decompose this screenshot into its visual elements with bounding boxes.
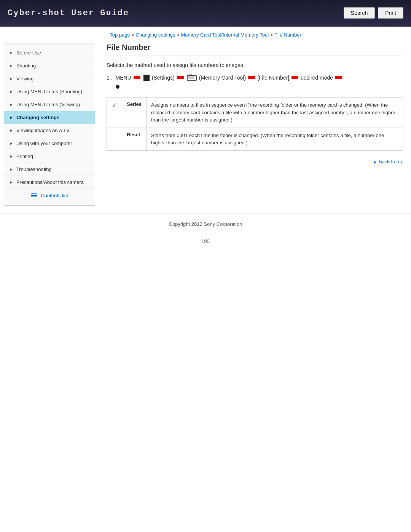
- table-row: Reset Starts from 0001 each time the fol…: [107, 128, 403, 150]
- step-line: 1 . MENU (Settings) (Memory Card Tool) […: [107, 74, 403, 81]
- sidebar-item-printing[interactable]: ► Printing: [4, 150, 95, 163]
- arrow-icon: ►: [10, 89, 13, 94]
- sidebar-item-label: Troubleshooting: [16, 166, 52, 172]
- desired-mode-text: desired mode: [301, 75, 333, 81]
- arrow-icon: ►: [10, 64, 13, 68]
- red-bar-2: [177, 76, 184, 79]
- arrow-icon: ►: [10, 167, 13, 171]
- sidebar-item-precautions[interactable]: ► Precautions/About this camera: [4, 176, 95, 189]
- file-number-label: [File Number]: [257, 75, 289, 81]
- contents-list-link[interactable]: Contents list: [4, 189, 95, 202]
- sidebar-item-label: Before Use: [16, 50, 41, 56]
- sidebar-item-label: Viewing images on a TV: [16, 128, 70, 133]
- reset-label: Reset: [122, 128, 147, 150]
- sidebar-item-viewing-tv[interactable]: ► Viewing images on a TV: [4, 124, 95, 137]
- sidebar-item-label: Using MENU items (Shooting): [16, 89, 82, 94]
- header: Cyber-shot User Guide Search Print: [0, 0, 411, 27]
- breadcrumb-memory-card-tool[interactable]: Memory Card Tool/Internal Memory Tool: [181, 32, 269, 38]
- arrow-icon: ►: [10, 128, 13, 133]
- table-row: ✓ Series Assigns numbers to files in seq…: [107, 97, 403, 128]
- sidebar-item-shooting[interactable]: ► Shooting: [4, 59, 95, 72]
- settings-icon: [143, 75, 150, 81]
- arrow-icon: ►: [10, 102, 13, 107]
- series-label: Series: [122, 97, 147, 128]
- sidebar-item-using-menu-viewing[interactable]: ► Using MENU items (Viewing): [4, 98, 95, 111]
- sidebar-item-label: Using MENU items (Viewing): [16, 102, 80, 107]
- arrow-icon: ►: [10, 141, 13, 145]
- breadcrumb-sep3: >: [270, 32, 274, 38]
- page-title: File Number: [107, 43, 403, 56]
- arrow-icon: ►: [10, 180, 13, 184]
- search-button[interactable]: Search: [344, 7, 375, 19]
- sidebar-item-using-menu-shooting[interactable]: ► Using MENU items (Shooting): [4, 85, 95, 98]
- arrow-icon: ►: [10, 51, 13, 55]
- header-actions: Search Print: [344, 7, 403, 19]
- red-bar-3: [248, 76, 255, 79]
- body-layout: ► Before Use ► Shooting ► Viewing ► Usin…: [0, 43, 411, 213]
- sidebar-item-label: Printing: [16, 153, 33, 159]
- sidebar-item-changing-settings[interactable]: ► Changing settings: [4, 111, 95, 124]
- sidebar-item-label: Shooting: [16, 63, 36, 69]
- sidebar-item-troubleshooting[interactable]: ► Troubleshooting: [4, 163, 95, 176]
- arrow-icon: ►: [10, 115, 13, 120]
- memory-card-icon: [187, 74, 197, 81]
- description: Selects the method used to assign file n…: [107, 62, 403, 68]
- svg-rect-1: [188, 76, 194, 79]
- sidebar: ► Before Use ► Shooting ► Viewing ► Usin…: [4, 43, 95, 206]
- sidebar-item-viewing[interactable]: ► Viewing: [4, 72, 95, 85]
- empty-check-cell: [107, 128, 122, 150]
- breadcrumb-sep2: >: [177, 32, 181, 38]
- bullet-circle-icon: [116, 85, 119, 89]
- page-number: 195: [0, 235, 411, 248]
- red-bar-5: [335, 76, 342, 79]
- arrow-icon: ►: [10, 77, 13, 81]
- memory-card-tool-text: (Memory Card Tool): [199, 75, 246, 81]
- contents-list-icon: [31, 193, 37, 198]
- footer: Copyright 2012 Sony Corporation: [0, 213, 411, 235]
- arrow-icon: ►: [10, 154, 13, 158]
- breadcrumb-top-page[interactable]: Top page: [110, 32, 130, 38]
- red-bar-1: [134, 76, 140, 79]
- sidebar-item-label: Using with your computer: [16, 141, 72, 146]
- breadcrumb: Top page > Changing settings > Memory Ca…: [0, 27, 411, 43]
- check-cell: ✓: [107, 97, 122, 128]
- breadcrumb-file-number[interactable]: File Number: [274, 32, 301, 38]
- contents-list-label: Contents list: [41, 193, 68, 198]
- breadcrumb-sep1: >: [131, 32, 135, 38]
- step-section: 1 . MENU (Settings) (Memory Card Tool) […: [107, 74, 403, 89]
- back-to-top: ▲ Back to top: [107, 158, 403, 165]
- app-title: Cyber-shot User Guide: [8, 8, 129, 18]
- breadcrumb-changing-settings[interactable]: Changing settings: [136, 32, 175, 38]
- main-content: File Number Selects the method used to a…: [103, 43, 407, 206]
- step-menu-text: MENU: [116, 75, 131, 81]
- file-number-table: ✓ Series Assigns numbers to files in seq…: [107, 97, 403, 151]
- series-description: Assigns numbers to files in sequence eve…: [147, 97, 403, 128]
- sidebar-item-label: Precautions/About this camera: [16, 179, 84, 185]
- settings-text: (Settings): [152, 75, 175, 81]
- sidebar-item-before-use[interactable]: ► Before Use: [4, 46, 95, 59]
- copyright: Copyright 2012 Sony Corporation: [169, 221, 242, 227]
- sidebar-item-using-computer[interactable]: ► Using with your computer: [4, 137, 95, 150]
- back-to-top-link[interactable]: ▲ Back to top: [372, 159, 403, 165]
- step-number: 1 .: [107, 75, 113, 81]
- red-bar-4: [292, 76, 298, 79]
- sidebar-item-label: Viewing: [16, 76, 33, 81]
- reset-description: Starts from 0001 each time the folder is…: [147, 128, 403, 150]
- print-button[interactable]: Print: [378, 7, 403, 19]
- sidebar-item-label: Changing settings: [16, 115, 59, 120]
